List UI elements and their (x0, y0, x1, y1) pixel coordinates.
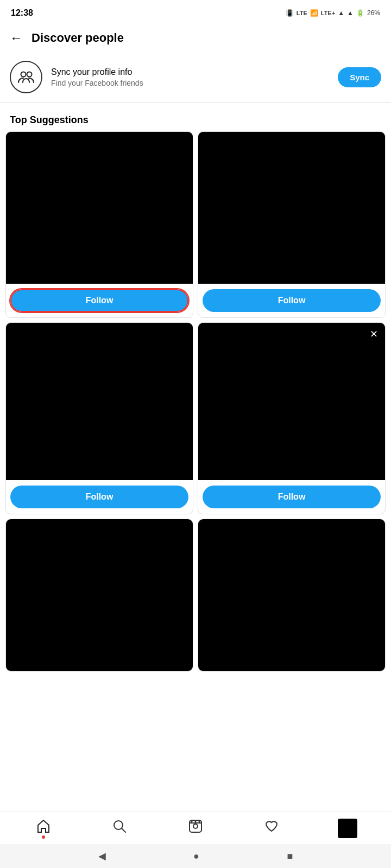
follow-button-3[interactable]: Follow (10, 486, 188, 508)
section-title: Top Suggestions (0, 107, 391, 131)
android-nav: ◀ ● ■ (0, 844, 391, 868)
card-image-5 (6, 519, 193, 671)
sync-title: Sync your profile info (51, 67, 329, 77)
battery-icon: 🔋 (356, 9, 364, 17)
search-icon (112, 819, 127, 838)
suggestion-card-6 (198, 519, 386, 672)
nav-reels[interactable] (179, 815, 212, 842)
svg-line-3 (122, 829, 126, 833)
nav-search[interactable] (103, 815, 136, 842)
android-home-button[interactable]: ● (193, 851, 199, 862)
status-bar: 12:38 📳 LTE 📶 LTE+ ▲ ▲ 🔋 26% (0, 0, 391, 24)
card-image-2 (198, 132, 385, 284)
svg-point-1 (27, 72, 32, 77)
nav-notifications[interactable] (255, 815, 288, 842)
vibrate-icon: 📳 (286, 9, 294, 17)
status-icons: 📳 LTE 📶 LTE+ ▲ ▲ 🔋 26% (286, 9, 380, 17)
card-image-6 (198, 519, 385, 671)
heart-icon (264, 819, 279, 838)
svg-point-2 (114, 821, 123, 829)
suggestion-card-2: Follow (198, 131, 386, 318)
status-time: 12:38 (11, 8, 33, 18)
back-button[interactable]: ← (10, 30, 23, 46)
home-dot (42, 835, 45, 839)
svg-point-0 (21, 72, 26, 77)
signal-icon: ▲ (338, 9, 344, 17)
card-image-1 (6, 132, 193, 284)
signal2-icon: ▲ (347, 9, 354, 17)
card-image-4 (198, 323, 385, 480)
android-back-button[interactable]: ◀ (98, 850, 106, 862)
svg-point-8 (195, 821, 197, 822)
svg-point-5 (193, 824, 198, 828)
sync-subtitle: Find your Facebook friends (51, 79, 329, 87)
reels-icon (188, 819, 203, 838)
svg-point-7 (191, 821, 193, 822)
sync-text: Sync your profile info Find your Faceboo… (51, 67, 329, 87)
suggestion-card-1: Follow (5, 131, 193, 318)
sync-section: Sync your profile info Find your Faceboo… (0, 52, 391, 103)
people-icon (17, 68, 35, 86)
svg-point-9 (199, 821, 200, 822)
nav-profile[interactable] (331, 815, 364, 842)
header: ← Discover people (0, 24, 391, 52)
lte-icon: LTE (297, 10, 307, 16)
card-image-3 (6, 323, 193, 480)
lte2-icon: LTE+ (321, 10, 335, 16)
battery-percent: 26% (367, 9, 380, 17)
follow-button-2[interactable]: Follow (203, 289, 381, 312)
close-button-4[interactable]: ✕ (367, 327, 381, 341)
android-recents-button[interactable]: ■ (287, 851, 293, 862)
avatar (338, 819, 357, 838)
sync-button[interactable]: Sync (338, 67, 381, 87)
wifi-icon: 📶 (310, 9, 318, 17)
bottom-nav (0, 812, 391, 844)
follow-button-1[interactable]: Follow (10, 289, 188, 312)
suggestions-grid: Follow Follow Follow ✕ Follow (0, 131, 391, 677)
nav-home[interactable] (27, 815, 60, 842)
suggestion-card-3: Follow (5, 322, 193, 514)
suggestion-card-4: ✕ Follow (198, 322, 386, 514)
follow-button-4[interactable]: Follow (203, 486, 381, 508)
sync-icon-circle (10, 61, 42, 93)
suggestion-card-5 (5, 519, 193, 672)
page-title: Discover people (31, 31, 124, 45)
